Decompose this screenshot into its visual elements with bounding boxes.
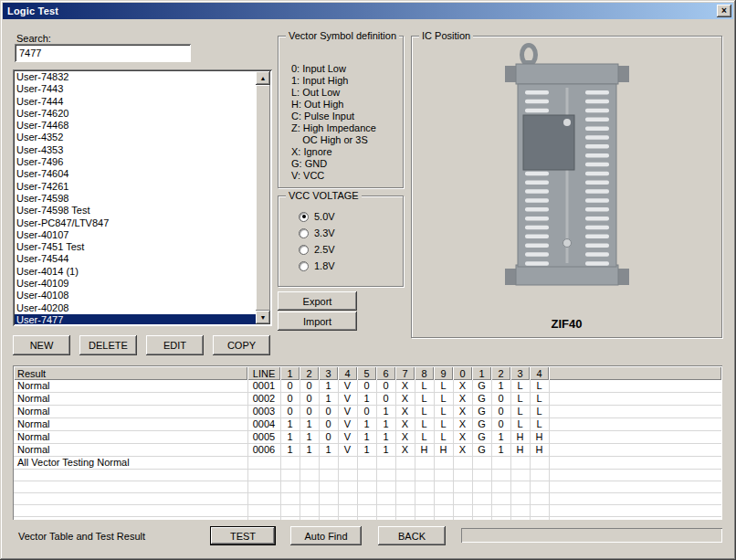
radio-icon[interactable] [299, 212, 309, 222]
new-button[interactable]: NEW [13, 335, 70, 355]
pin-cell [376, 470, 395, 481]
radio-label: 2.5V [314, 244, 335, 255]
search-input[interactable] [15, 44, 191, 62]
close-button[interactable]: × [717, 5, 731, 17]
pin-cell: 0 [280, 393, 300, 406]
pin-cell: L [510, 380, 530, 393]
list-item[interactable]: User-74598 Test [15, 205, 256, 217]
pin-cell [280, 470, 300, 481]
table-row: Normal0004110V11XLLXG0LL [14, 418, 721, 431]
titlebar[interactable]: Logic Test × [3, 3, 733, 19]
list-item[interactable]: User-74544 [15, 253, 256, 265]
ic-position-group: IC Position ZIF40 [411, 36, 722, 338]
pin-cell [415, 505, 434, 517]
delete-button[interactable]: DELETE [79, 335, 137, 355]
close-icon: × [721, 5, 727, 16]
vector-symbol-lines: 0: Input Low1: Input HighL: Out LowH: Ou… [279, 37, 403, 182]
radio-option[interactable]: 2.5V [299, 241, 403, 258]
zif-socket-graphic [494, 42, 640, 291]
list-item[interactable]: User-7477 [15, 314, 256, 324]
pin-cell: L [434, 418, 453, 431]
test-button[interactable]: TEST [210, 526, 276, 545]
vector-symbol-group: Vector Symbol definition 0: Input Low1: … [278, 36, 404, 188]
list-item[interactable]: User-74261 [15, 181, 256, 193]
pin-cell: X [453, 406, 472, 418]
radio-option[interactable]: 1.8V [299, 258, 403, 274]
pin-cell [395, 481, 415, 493]
list-item[interactable]: User-4353 [15, 144, 256, 156]
scroll-up-button[interactable]: ▲ [256, 71, 270, 85]
pin-cell [319, 493, 338, 505]
list-item[interactable]: User-7451 Test [15, 241, 256, 253]
pin-cell: X [453, 418, 472, 431]
vector-symbol-line: G: GND [291, 158, 403, 170]
list-item[interactable]: User-4352 [15, 132, 256, 143]
pin-cell: V [338, 431, 357, 444]
back-button[interactable]: BACK [378, 526, 446, 545]
table-header-pin-9: 9 [434, 366, 453, 380]
pin-cell [376, 493, 395, 505]
pin-cell [280, 505, 300, 517]
pin-cell: X [395, 406, 415, 418]
pin-cell [319, 517, 338, 521]
list-item[interactable]: User-7496 [15, 156, 256, 168]
scrollbar-thumb[interactable] [256, 85, 270, 311]
radio-icon[interactable] [299, 261, 309, 271]
pin-cell [338, 493, 357, 505]
pin-cell [415, 481, 434, 493]
list-item[interactable]: User-7443 [15, 83, 256, 95]
list-item[interactable]: User-40208 [15, 302, 256, 314]
pin-cell [510, 505, 530, 517]
pin-cell [357, 505, 376, 517]
table-header-pin-0: 0 [453, 366, 472, 380]
list-item[interactable]: User-40109 [15, 278, 256, 290]
pin-cell: 1 [319, 444, 338, 457]
pin-cell [319, 505, 338, 517]
import-button[interactable]: Import [278, 312, 357, 331]
pin-cell: X [453, 431, 472, 444]
pin-cell [395, 517, 415, 521]
pin-cell: G [472, 406, 491, 418]
radio-icon[interactable] [299, 245, 309, 255]
radio-option[interactable]: 5.0V [299, 208, 403, 225]
pin-cell: L [415, 431, 434, 444]
edit-button[interactable]: EDIT [146, 335, 204, 355]
list-item[interactable]: User-40107 [15, 229, 256, 241]
export-button[interactable]: Export [278, 291, 357, 311]
pin-cell [280, 517, 300, 521]
listbox-scrollbar[interactable]: ▲ ▼ [256, 71, 270, 324]
list-item[interactable]: User-74832 [15, 71, 256, 83]
pin-cell: 1 [280, 418, 300, 431]
table-header-pin-1: 1 [472, 366, 491, 380]
pin-cell: H [510, 431, 530, 444]
pin-cell: 0 [357, 380, 376, 393]
pin-cell: H [530, 444, 549, 457]
pin-cell: L [434, 406, 453, 418]
table-header-filler [549, 366, 721, 380]
search-label: Search: [16, 33, 51, 44]
radio-option[interactable]: 3.3V [299, 225, 403, 241]
list-item[interactable]: User-74620 [15, 108, 256, 120]
list-item[interactable]: User-7444 [15, 96, 256, 108]
list-item[interactable]: User-74468 [15, 120, 256, 132]
pin-cell: 0 [300, 406, 319, 418]
list-item[interactable]: User-4014 (1) [15, 266, 256, 278]
radio-icon[interactable] [299, 228, 309, 238]
copy-button[interactable]: COPY [213, 335, 270, 355]
pin-cell: L [510, 393, 530, 406]
pin-cell: 1 [319, 393, 338, 406]
pin-cell [338, 470, 357, 481]
pin-cell: L [510, 406, 530, 418]
scroll-down-button[interactable]: ▼ [256, 311, 270, 324]
pin-cell: 0 [300, 380, 319, 393]
auto-find-button[interactable]: Auto Find [290, 526, 362, 545]
list-item[interactable]: User-PC847/LTV847 [15, 217, 256, 229]
table-row: Normal0002001V10XLLXG0LL [14, 393, 721, 406]
pin-cell [453, 470, 472, 481]
list-item[interactable]: User-74598 [15, 193, 256, 205]
table-row: Normal0005110V11XLLXG1HH [14, 431, 721, 444]
pin-cell [530, 493, 549, 505]
list-item[interactable]: User-40108 [15, 290, 256, 301]
list-item[interactable]: User-74604 [15, 168, 256, 180]
result-cell [14, 505, 247, 517]
